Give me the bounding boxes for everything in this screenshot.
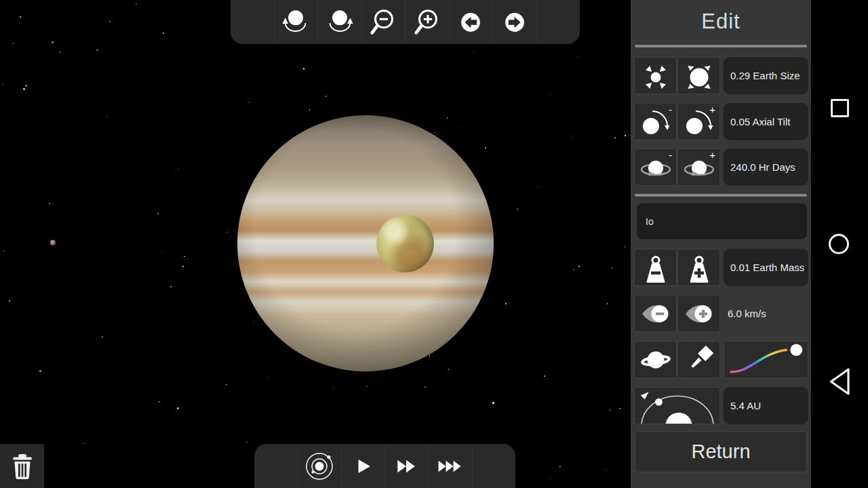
star [60, 52, 61, 53]
pan-left-button[interactable] [449, 0, 493, 44]
star [107, 116, 108, 117]
star [162, 251, 163, 253]
velocity-value-label: 6.0 km/s [728, 295, 809, 332]
star [570, 136, 572, 137]
star [9, 300, 10, 302]
star [13, 43, 14, 44]
tilt-value-label: 0.05 Axial Tilt [724, 103, 808, 140]
zoom-in-button[interactable] [405, 0, 449, 44]
star [268, 378, 269, 380]
orbit-distance-icon [635, 387, 719, 424]
system-navigation-bar [811, 0, 868, 488]
fast-forward-button[interactable] [384, 444, 428, 488]
star [458, 125, 460, 127]
star [226, 384, 227, 386]
star [20, 16, 22, 18]
star [367, 386, 368, 388]
star [2, 84, 3, 85]
star [96, 49, 98, 52]
back-button[interactable] [827, 366, 852, 397]
color-curve-button[interactable] [724, 341, 808, 378]
grow-planet-button[interactable] [677, 57, 720, 94]
star [607, 303, 608, 304]
rotate-left-button[interactable] [274, 0, 318, 44]
rotate-right-button[interactable] [317, 0, 361, 44]
play-button[interactable] [341, 444, 384, 488]
star [23, 88, 25, 90]
star [182, 266, 184, 267]
paint-brush-button[interactable] [677, 341, 720, 378]
star [551, 93, 553, 94]
star [517, 209, 518, 210]
star [39, 370, 41, 372]
star [448, 369, 450, 370]
rotate-counterclockwise-icon [280, 7, 311, 38]
trash-can-icon [7, 451, 37, 481]
shrink-planet-icon [639, 60, 672, 92]
orbit-overview-button[interactable] [297, 444, 340, 488]
star [25, 85, 27, 87]
star [485, 147, 486, 148]
star [625, 246, 626, 247]
planet-name-input[interactable] [637, 203, 807, 239]
minus-sign: - [669, 104, 672, 115]
star [3, 251, 5, 252]
delete-button[interactable] [0, 444, 44, 488]
star [247, 442, 248, 443]
star [429, 355, 431, 357]
mass-increase-button[interactable] [677, 249, 720, 286]
velocity-decrease-button[interactable] [634, 295, 677, 332]
pan-right-icon [499, 7, 530, 38]
minus-sign: - [669, 150, 672, 160]
star [625, 135, 626, 136]
star [544, 375, 546, 378]
spin-decrease-button[interactable]: - [634, 148, 677, 186]
fastest-forward-button[interactable] [428, 444, 471, 488]
toolbar-spacer [231, 0, 274, 44]
day-value-label: 240.0 Hr Days [724, 148, 808, 186]
velocity-decrease-icon [639, 298, 672, 330]
star [573, 269, 574, 270]
home-button[interactable] [829, 234, 849, 254]
shrink-planet-button[interactable] [634, 57, 677, 94]
spin-increase-button[interactable]: + [677, 148, 720, 186]
star [83, 443, 85, 445]
plus-sign: + [709, 150, 715, 160]
return-button[interactable]: Return [635, 431, 807, 472]
orbit-value-label: 5.4 AU [724, 387, 808, 424]
separator [635, 45, 807, 47]
star [578, 57, 579, 58]
plus-sign: + [709, 104, 715, 115]
separator [635, 194, 807, 197]
tilt-decrease-button[interactable]: - [634, 103, 677, 140]
gas-giant-planet[interactable] [237, 115, 494, 371]
star [434, 132, 435, 134]
tilt-increase-button[interactable]: + [677, 103, 720, 140]
zoom-out-button[interactable] [361, 0, 406, 44]
pan-left-icon [455, 7, 486, 38]
star [177, 407, 179, 409]
tilt-decrease-icon [639, 106, 672, 138]
play-icon [348, 451, 378, 481]
star [425, 386, 427, 388]
velocity-increase-button[interactable] [677, 295, 720, 332]
pan-right-button[interactable] [492, 0, 536, 44]
star [578, 266, 580, 267]
planet-rings-button[interactable] [634, 341, 677, 378]
star [178, 169, 180, 170]
recent-apps-button[interactable] [831, 99, 849, 117]
mass-decrease-button[interactable] [634, 249, 677, 286]
star [303, 68, 305, 70]
star [309, 109, 311, 110]
star [170, 286, 172, 288]
io-moon[interactable] [376, 215, 434, 272]
distant-planet[interactable] [50, 240, 56, 245]
velocity-increase-icon [683, 298, 715, 330]
color-curve-icon [724, 341, 808, 378]
star [49, 203, 50, 205]
star [609, 409, 611, 411]
star [159, 401, 160, 403]
star [52, 41, 54, 43]
orbit-distance-button[interactable] [634, 387, 720, 424]
star [447, 117, 448, 119]
